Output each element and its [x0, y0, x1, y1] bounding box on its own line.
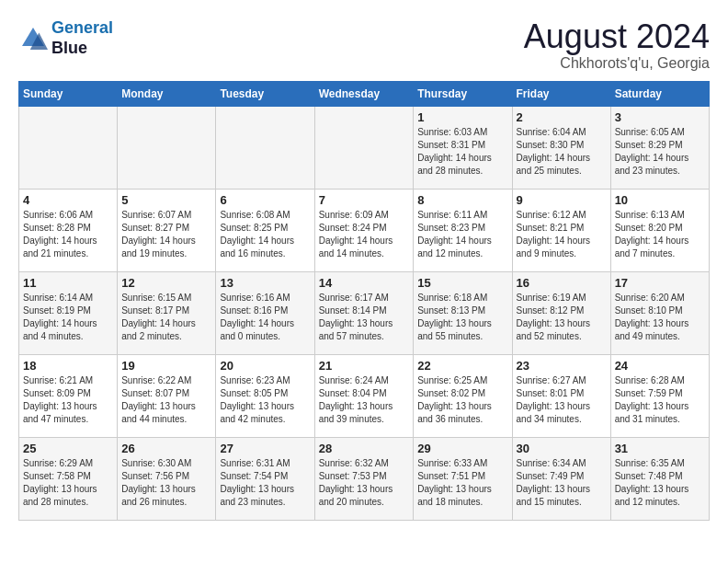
day-info: Sunrise: 6:08 AM Sunset: 8:25 PM Dayligh… — [220, 209, 310, 260]
calendar-day: 10Sunrise: 6:13 AM Sunset: 8:20 PM Dayli… — [610, 189, 709, 271]
day-info: Sunrise: 6:15 AM Sunset: 8:17 PM Dayligh… — [121, 292, 211, 343]
logo-text: General Blue — [51, 18, 113, 58]
day-number: 2 — [517, 110, 607, 124]
calendar-day: 12Sunrise: 6:15 AM Sunset: 8:17 PM Dayli… — [118, 271, 216, 354]
day-info: Sunrise: 6:30 AM Sunset: 7:56 PM Dayligh… — [121, 457, 211, 509]
calendar-day: 20Sunrise: 6:23 AM Sunset: 8:05 PM Dayli… — [216, 354, 314, 437]
day-number: 4 — [23, 193, 113, 207]
day-info: Sunrise: 6:16 AM Sunset: 8:16 PM Dayligh… — [220, 292, 310, 343]
calendar-day: 14Sunrise: 6:17 AM Sunset: 8:14 PM Dayli… — [314, 271, 414, 354]
calendar-day: 9Sunrise: 6:12 AM Sunset: 8:21 PM Daylig… — [512, 189, 610, 271]
day-info: Sunrise: 6:35 AM Sunset: 7:48 PM Dayligh… — [615, 457, 705, 509]
day-info: Sunrise: 6:32 AM Sunset: 7:53 PM Dayligh… — [319, 457, 410, 509]
calendar-day: 18Sunrise: 6:21 AM Sunset: 8:09 PM Dayli… — [19, 354, 118, 437]
calendar-day: 25Sunrise: 6:29 AM Sunset: 7:58 PM Dayli… — [19, 437, 118, 520]
calendar-day: 1Sunrise: 6:03 AM Sunset: 8:31 PM Daylig… — [414, 106, 512, 189]
calendar-day: 26Sunrise: 6:30 AM Sunset: 7:56 PM Dayli… — [118, 437, 216, 520]
calendar-week-1: 1Sunrise: 6:03 AM Sunset: 8:31 PM Daylig… — [19, 106, 710, 189]
calendar-body: 1Sunrise: 6:03 AM Sunset: 8:31 PM Daylig… — [19, 106, 710, 520]
calendar-day: 27Sunrise: 6:31 AM Sunset: 7:54 PM Dayli… — [216, 437, 314, 520]
calendar-day: 19Sunrise: 6:22 AM Sunset: 8:07 PM Dayli… — [118, 354, 216, 437]
location-subtitle: Chkhorots'q'u, Georgia — [524, 55, 710, 72]
day-number: 22 — [417, 359, 507, 373]
day-number: 27 — [220, 442, 310, 455]
day-info: Sunrise: 6:24 AM Sunset: 8:04 PM Dayligh… — [319, 374, 410, 426]
day-number: 23 — [517, 359, 607, 373]
col-wednesday: Wednesday — [314, 81, 414, 106]
day-info: Sunrise: 6:14 AM Sunset: 8:19 PM Dayligh… — [23, 292, 113, 343]
day-number: 16 — [517, 276, 607, 290]
calendar-day: 16Sunrise: 6:19 AM Sunset: 8:12 PM Dayli… — [512, 271, 610, 354]
day-info: Sunrise: 6:05 AM Sunset: 8:29 PM Dayligh… — [615, 126, 705, 178]
day-number: 12 — [121, 276, 211, 290]
page-header: General Blue August 2024 Chkhorots'q'u, … — [18, 18, 710, 72]
day-info: Sunrise: 6:28 AM Sunset: 7:59 PM Dayligh… — [615, 374, 705, 426]
calendar-day: 11Sunrise: 6:14 AM Sunset: 8:19 PM Dayli… — [19, 271, 118, 354]
calendar-day: 29Sunrise: 6:33 AM Sunset: 7:51 PM Dayli… — [414, 437, 512, 520]
day-info: Sunrise: 6:18 AM Sunset: 8:13 PM Dayligh… — [417, 292, 507, 343]
day-info: Sunrise: 6:19 AM Sunset: 8:12 PM Dayligh… — [517, 292, 607, 343]
calendar-day: 22Sunrise: 6:25 AM Sunset: 8:02 PM Dayli… — [414, 354, 512, 437]
day-info: Sunrise: 6:07 AM Sunset: 8:27 PM Dayligh… — [121, 209, 211, 260]
calendar-day — [118, 106, 216, 189]
col-thursday: Thursday — [414, 81, 512, 106]
calendar-day: 17Sunrise: 6:20 AM Sunset: 8:10 PM Dayli… — [610, 271, 709, 354]
day-number: 3 — [615, 110, 705, 124]
calendar-day: 7Sunrise: 6:09 AM Sunset: 8:24 PM Daylig… — [314, 189, 414, 271]
day-number: 25 — [23, 442, 113, 455]
day-info: Sunrise: 6:20 AM Sunset: 8:10 PM Dayligh… — [615, 292, 705, 343]
calendar-day: 13Sunrise: 6:16 AM Sunset: 8:16 PM Dayli… — [216, 271, 314, 354]
day-number: 18 — [23, 359, 113, 373]
calendar-week-2: 4Sunrise: 6:06 AM Sunset: 8:28 PM Daylig… — [19, 189, 710, 271]
day-info: Sunrise: 6:25 AM Sunset: 8:02 PM Dayligh… — [417, 374, 507, 426]
day-number: 26 — [121, 442, 211, 455]
day-number: 14 — [319, 276, 410, 290]
calendar-day: 28Sunrise: 6:32 AM Sunset: 7:53 PM Dayli… — [314, 437, 414, 520]
calendar-day: 5Sunrise: 6:07 AM Sunset: 8:27 PM Daylig… — [118, 189, 216, 271]
day-info: Sunrise: 6:11 AM Sunset: 8:23 PM Dayligh… — [417, 209, 507, 260]
calendar-week-4: 18Sunrise: 6:21 AM Sunset: 8:09 PM Dayli… — [19, 354, 710, 437]
calendar-day: 21Sunrise: 6:24 AM Sunset: 8:04 PM Dayli… — [314, 354, 414, 437]
day-info: Sunrise: 6:27 AM Sunset: 8:01 PM Dayligh… — [517, 374, 607, 426]
day-info: Sunrise: 6:09 AM Sunset: 8:24 PM Dayligh… — [319, 209, 410, 260]
day-number: 13 — [220, 276, 310, 290]
calendar-day — [216, 106, 314, 189]
calendar-week-5: 25Sunrise: 6:29 AM Sunset: 7:58 PM Dayli… — [19, 437, 710, 520]
calendar-day: 31Sunrise: 6:35 AM Sunset: 7:48 PM Dayli… — [610, 437, 709, 520]
col-friday: Friday — [512, 81, 610, 106]
calendar-day: 6Sunrise: 6:08 AM Sunset: 8:25 PM Daylig… — [216, 189, 314, 271]
day-info: Sunrise: 6:33 AM Sunset: 7:51 PM Dayligh… — [417, 457, 507, 509]
calendar-day: 30Sunrise: 6:34 AM Sunset: 7:49 PM Dayli… — [512, 437, 610, 520]
col-monday: Monday — [118, 81, 216, 106]
day-number: 6 — [220, 193, 310, 207]
day-info: Sunrise: 6:29 AM Sunset: 7:58 PM Dayligh… — [23, 457, 113, 509]
calendar-day: 15Sunrise: 6:18 AM Sunset: 8:13 PM Dayli… — [414, 271, 512, 354]
day-number: 30 — [517, 442, 607, 455]
day-number: 7 — [319, 193, 410, 207]
day-number: 31 — [615, 442, 705, 455]
calendar-day: 24Sunrise: 6:28 AM Sunset: 7:59 PM Dayli… — [610, 354, 709, 437]
month-year-title: August 2024 — [524, 18, 710, 55]
day-number: 8 — [417, 193, 507, 207]
col-tuesday: Tuesday — [216, 81, 314, 106]
day-number: 19 — [121, 359, 211, 373]
day-info: Sunrise: 6:03 AM Sunset: 8:31 PM Dayligh… — [417, 126, 507, 178]
calendar-week-3: 11Sunrise: 6:14 AM Sunset: 8:19 PM Dayli… — [19, 271, 710, 354]
day-info: Sunrise: 6:34 AM Sunset: 7:49 PM Dayligh… — [517, 457, 607, 509]
day-number: 1 — [417, 110, 507, 124]
day-number: 11 — [23, 276, 113, 290]
calendar-day — [314, 106, 414, 189]
day-info: Sunrise: 6:06 AM Sunset: 8:28 PM Dayligh… — [23, 209, 113, 260]
logo: General Blue — [18, 18, 113, 58]
day-info: Sunrise: 6:31 AM Sunset: 7:54 PM Dayligh… — [220, 457, 310, 509]
logo-icon — [18, 24, 48, 53]
title-block: August 2024 Chkhorots'q'u, Georgia — [524, 18, 710, 72]
day-number: 17 — [615, 276, 705, 290]
col-saturday: Saturday — [610, 81, 709, 106]
day-number: 5 — [121, 193, 211, 207]
col-sunday: Sunday — [19, 81, 118, 106]
calendar-day: 8Sunrise: 6:11 AM Sunset: 8:23 PM Daylig… — [414, 189, 512, 271]
day-number: 29 — [417, 442, 507, 455]
day-number: 24 — [615, 359, 705, 373]
day-number: 28 — [319, 442, 410, 455]
